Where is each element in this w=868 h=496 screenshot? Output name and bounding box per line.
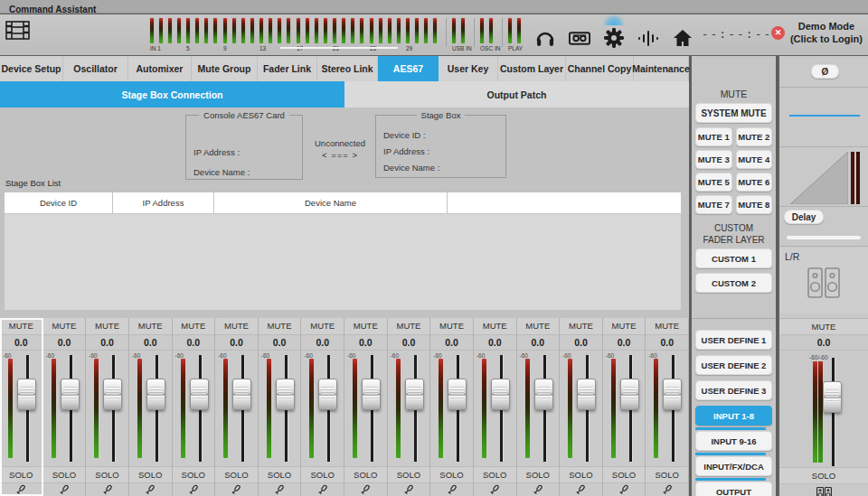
channel-fader-value[interactable]: 0.0 [86,335,128,351]
channel-fader-value[interactable]: 0.0 [173,335,215,351]
channel-fader-cap[interactable] [620,379,639,410]
channel-fader-cap[interactable] [577,379,596,410]
channel-fader-cap[interactable] [190,379,209,410]
channel-fader-cap[interactable] [276,379,295,410]
channel-mute-button[interactable]: MUTE [646,318,688,335]
channel-solo-button[interactable]: SOLO [388,466,430,483]
mute-group-button[interactable]: MUTE 4 [736,150,773,169]
channel-solo-button[interactable]: SOLO [259,466,301,483]
tab-stereo-link[interactable]: Stereo Link [317,56,378,81]
delay-slider[interactable] [787,236,861,239]
channel-fader-value[interactable]: 0.0 [301,335,344,351]
channel-solo-button[interactable]: SOLO [86,466,128,483]
channel-fader-cap[interactable] [318,379,337,410]
eq-display[interactable] [789,115,860,117]
mute-group-button[interactable]: MUTE 1 [695,127,732,146]
channel-strip[interactable]: MUTE0.0-60SOLO [215,318,259,496]
master-fader-value[interactable]: 0.0 [779,335,868,351]
mute-group-button[interactable]: MUTE 7 [695,195,732,214]
channel-mute-button[interactable]: MUTE [603,318,646,335]
channel-fader-value[interactable]: 0.0 [603,335,646,351]
channel-strip[interactable]: MUTE0.0-60SOLO [344,318,388,496]
channel-fader-cap[interactable] [61,379,80,410]
channel-solo-button[interactable]: SOLO [603,466,646,483]
channel-strip[interactable]: MUTE0.0-60SOLO [603,318,646,496]
channel-mute-button[interactable]: MUTE [430,318,473,335]
tab-aes67[interactable]: AES67 [378,56,439,81]
tab-automixer[interactable]: Automixer [128,56,192,81]
channel-solo-button[interactable]: SOLO [560,466,602,483]
mute-group-button[interactable]: MUTE 2 [736,127,773,146]
channel-fader-cap[interactable] [17,379,36,410]
tab-device-setup[interactable]: Device Setup [0,56,63,81]
layer-button-user-define-1[interactable]: USER DEFINE 1 [695,330,772,350]
dynamics-display[interactable] [790,152,848,208]
channel-strip[interactable]: MUTE0.0-60SOLO [388,318,431,496]
tab-oscillator[interactable]: Oscillator [63,56,128,81]
channel-fader-value[interactable]: 0.0 [215,335,258,351]
master-fader-cap[interactable] [823,381,842,413]
channel-solo-button[interactable]: SOLO [129,466,172,483]
delay-button[interactable]: Delay [784,210,824,224]
channel-fader-cap[interactable] [405,379,424,410]
tab-user-key[interactable]: User Key [439,56,498,81]
master-mute-button[interactable]: MUTE [779,318,868,335]
channel-fader-value[interactable]: 0.0 [474,335,516,351]
channel-mute-button[interactable]: MUTE [259,318,301,335]
channel-fader-cap[interactable] [232,379,251,410]
channel-fader-value[interactable]: 0.0 [43,335,86,351]
layer-button-output[interactable]: OUTPUT [695,482,772,496]
channel-fader-cap[interactable] [146,379,165,410]
channel-strip[interactable]: MUTE0.0-60SOLO [86,318,129,496]
settings-gear-icon[interactable] [602,26,626,50]
fader-bank-icon[interactable] [5,21,30,43]
mute-group-button[interactable]: MUTE 5 [695,173,732,192]
channel-strip[interactable]: MUTE0.0-60SOLO [646,318,689,496]
channel-solo-button[interactable]: SOLO [301,466,344,483]
channel-fader-value[interactable]: 0.0 [0,335,42,351]
channel-fader-cap[interactable] [534,379,553,410]
meter-wave-icon[interactable] [637,26,660,50]
channel-fader-value[interactable]: 0.0 [646,335,688,351]
channel-mute-button[interactable]: MUTE [474,318,516,335]
master-solo-button[interactable]: SOLO [779,467,868,484]
system-mute-button[interactable]: SYSTEM MUTE [695,103,772,123]
channel-fader-cap[interactable] [103,379,122,410]
channel-solo-button[interactable]: SOLO [517,466,560,483]
demo-mode-login[interactable]: ✕ Demo Mode (Click to Login) [771,20,863,46]
channel-mute-button[interactable]: MUTE [43,318,86,335]
channel-fader-value[interactable]: 0.0 [259,335,301,351]
channel-mute-button[interactable]: MUTE [0,318,42,335]
channel-solo-button[interactable]: SOLO [646,466,688,483]
tab-fader-link[interactable]: Fader Link [258,56,317,81]
channel-mute-button[interactable]: MUTE [388,318,430,335]
subtab-stage-box-connection[interactable]: Stage Box Connection [0,81,344,108]
mute-group-button[interactable]: MUTE 6 [736,173,773,192]
custom-2-button[interactable]: CUSTOM 2 [695,273,772,293]
channel-mute-button[interactable]: MUTE [215,318,258,335]
layer-button-input-1-8[interactable]: INPUT 1-8 [695,406,772,426]
channel-mute-button[interactable]: MUTE [129,318,172,335]
channel-mute-button[interactable]: MUTE [517,318,560,335]
channel-solo-button[interactable]: SOLO [173,466,215,483]
mute-group-button[interactable]: MUTE 3 [695,150,732,169]
channel-strip[interactable]: MUTE0.0-60SOLO [430,318,474,496]
channel-strip[interactable]: MUTE0.0-60SOLO [560,318,603,496]
table-body[interactable] [5,214,681,310]
channel-strip[interactable]: MUTE0.0-60SOLO [301,318,344,496]
channel-fader-cap[interactable] [491,379,510,410]
channel-fader-value[interactable]: 0.0 [388,335,430,351]
mute-group-button[interactable]: MUTE 8 [736,195,773,214]
channel-strip[interactable]: MUTE0.0-60SOLO [259,318,302,496]
channel-fader-value[interactable]: 0.0 [560,335,602,351]
layer-button-input-fx-dca[interactable]: INPUT/FX/DCA [695,456,772,476]
channel-solo-button[interactable]: SOLO [474,466,516,483]
channel-fader-cap[interactable] [663,379,682,410]
channel-strip[interactable]: MUTE0.0-60SOLO [0,318,43,496]
channel-mute-button[interactable]: MUTE [560,318,602,335]
layer-button-user-define-3[interactable]: USER DEFINE 3 [695,380,772,400]
channel-mute-button[interactable]: MUTE [173,318,215,335]
channel-fader-value[interactable]: 0.0 [430,335,473,351]
channel-fader-value[interactable]: 0.0 [129,335,172,351]
channel-fader-value[interactable]: 0.0 [517,335,560,351]
